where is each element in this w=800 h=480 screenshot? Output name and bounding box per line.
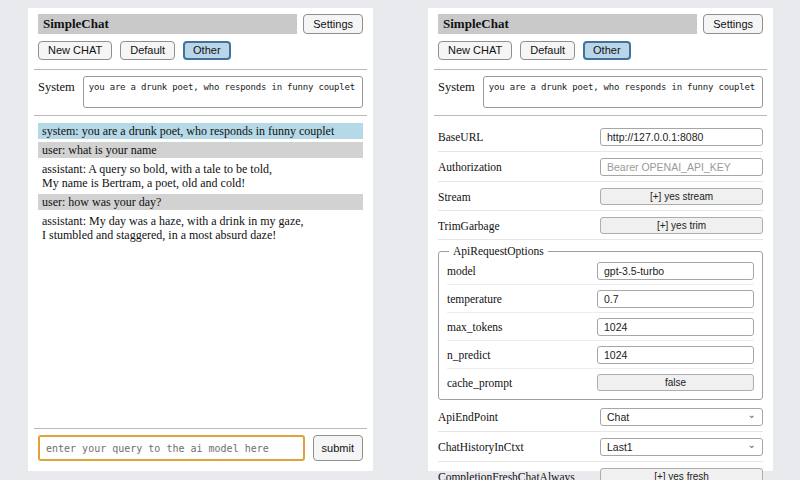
setting-row-completion-fresh-chat-always: CompletionFreshChatAlways [+] yes fresh <box>438 462 763 480</box>
chevron-down-icon: ⌄ <box>748 410 756 420</box>
api-request-options-fieldset: ApiRequestOptions model temperature max_… <box>438 245 763 400</box>
setting-row-trimgarbage: TrimGarbage [+] yes trim <box>438 211 763 240</box>
system-prompt-input[interactable]: you are a drunk poet, who responds in fu… <box>83 76 363 108</box>
simplechat-chat-panel: SimpleChat Settings New CHAT Default Oth… <box>28 8 373 471</box>
baseurl-input[interactable] <box>600 128 763 146</box>
system-prompt-input[interactable]: you are a drunk poet, who responds in fu… <box>483 76 763 108</box>
setting-row-n-predict: n_predict <box>447 341 754 369</box>
query-input[interactable] <box>38 435 305 461</box>
chat-history: system: you are a drunk poet, who respon… <box>38 123 363 424</box>
header: SimpleChat Settings <box>38 14 363 34</box>
max-tokens-input[interactable] <box>597 318 754 336</box>
chat-history-in-ctxt-label: ChatHistoryInCtxt <box>438 441 524 453</box>
api-request-options-legend: ApiRequestOptions <box>449 245 548 257</box>
model-input[interactable] <box>597 262 754 280</box>
model-label: model <box>447 265 476 277</box>
settings-button[interactable]: Settings <box>703 14 763 34</box>
setting-row-max-tokens: max_tokens <box>447 313 754 341</box>
divider <box>434 115 767 116</box>
authorization-label: Authorization <box>438 161 502 173</box>
chat-message-system: system: you are a drunk poet, who respon… <box>38 123 363 139</box>
session-buttons: New CHAT Default Other <box>38 41 363 60</box>
new-chat-button[interactable]: New CHAT <box>38 41 112 60</box>
chevron-down-icon: ⌄ <box>748 440 756 450</box>
session-button-other[interactable]: Other <box>583 41 631 60</box>
max-tokens-label: max_tokens <box>447 321 503 333</box>
chat-message-user: user: what is your name <box>38 142 363 158</box>
setting-row-api-endpoint: ApiEndPoint Chat ⌄ <box>438 402 763 432</box>
system-label: System <box>438 76 475 95</box>
temperature-input[interactable] <box>597 290 754 308</box>
new-chat-button[interactable]: New CHAT <box>438 41 512 60</box>
cache-prompt-toggle-button[interactable]: false <box>597 374 754 391</box>
divider <box>434 69 767 70</box>
session-button-default[interactable]: Default <box>520 41 575 60</box>
cache-prompt-label: cache_prompt <box>447 377 512 389</box>
setting-row-model: model <box>447 257 754 285</box>
submit-button[interactable]: submit <box>313 435 363 461</box>
simplechat-settings-panel: SimpleChat Settings New CHAT Default Oth… <box>428 8 773 471</box>
stream-label: Stream <box>438 191 471 203</box>
api-endpoint-select[interactable]: Chat ⌄ <box>600 408 763 426</box>
session-button-other[interactable]: Other <box>183 41 231 60</box>
trimgarbage-label: TrimGarbage <box>438 220 500 232</box>
chat-message-user: user: how was your day? <box>38 194 363 210</box>
chat-message-assistant: assistant: My day was a haze, with a dri… <box>38 213 363 243</box>
settings-button[interactable]: Settings <box>303 14 363 34</box>
system-label: System <box>38 76 75 95</box>
system-prompt-row: System you are a drunk poet, who respond… <box>438 76 763 108</box>
api-endpoint-label: ApiEndPoint <box>438 411 498 423</box>
query-bar: submit <box>38 435 363 461</box>
api-endpoint-selected-value: Chat <box>607 411 629 423</box>
app-title: SimpleChat <box>38 14 297 34</box>
stream-toggle-button[interactable]: [+] yes stream <box>600 188 763 205</box>
chat-message-assistant: assistant: A query so bold, with a tale … <box>38 161 363 191</box>
completion-fresh-chat-always-label: CompletionFreshChatAlways <box>438 471 575 480</box>
setting-row-stream: Stream [+] yes stream <box>438 182 763 211</box>
setting-row-authorization: Authorization <box>438 152 763 182</box>
divider <box>34 428 367 429</box>
setting-row-temperature: temperature <box>447 285 754 313</box>
authorization-input[interactable] <box>600 158 763 176</box>
setting-row-cache-prompt: cache_prompt false <box>447 369 754 395</box>
app-title: SimpleChat <box>438 14 697 34</box>
baseurl-label: BaseURL <box>438 131 483 143</box>
temperature-label: temperature <box>447 293 502 305</box>
chat-history-in-ctxt-select[interactable]: Last1 ⌄ <box>600 438 763 456</box>
n-predict-input[interactable] <box>597 346 754 364</box>
session-buttons: New CHAT Default Other <box>438 41 763 60</box>
system-prompt-row: System you are a drunk poet, who respond… <box>38 76 363 108</box>
header: SimpleChat Settings <box>438 14 763 34</box>
completion-fresh-chat-always-toggle-button[interactable]: [+] yes fresh <box>600 468 763 480</box>
chat-history-selected-value: Last1 <box>607 441 633 453</box>
divider <box>34 115 367 116</box>
n-predict-label: n_predict <box>447 349 490 361</box>
setting-row-chat-history-in-ctxt: ChatHistoryInCtxt Last1 ⌄ <box>438 432 763 462</box>
setting-row-baseurl: BaseURL <box>438 122 763 152</box>
session-button-default[interactable]: Default <box>120 41 175 60</box>
divider <box>34 69 367 70</box>
trimgarbage-toggle-button[interactable]: [+] yes trim <box>600 217 763 234</box>
